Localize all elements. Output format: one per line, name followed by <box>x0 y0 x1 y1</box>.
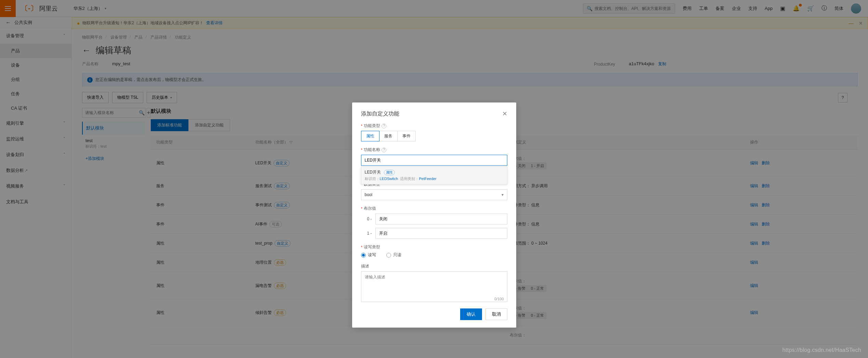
seg-property[interactable]: 属性 <box>361 131 379 141</box>
modal-title: 添加自定义功能 <box>361 110 399 118</box>
autocomplete-panel: LED开关 属性 标识符：LEDSwitch 适用类别：PetFeeder <box>361 166 507 184</box>
fn-name-input[interactable] <box>361 155 507 166</box>
bool-0-label: 0 - <box>364 217 372 221</box>
ac-item-tag: 属性 <box>384 170 395 175</box>
description-textarea[interactable] <box>361 271 507 302</box>
help-icon[interactable]: ? <box>382 124 386 128</box>
seg-service[interactable]: 服务 <box>379 131 398 141</box>
field-label: 读写类型 <box>364 244 380 250</box>
help-icon[interactable]: ? <box>382 148 386 152</box>
modal-close-icon[interactable]: ✕ <box>502 110 507 118</box>
radio-label: 只读 <box>393 252 401 258</box>
bool-1-input[interactable] <box>375 228 507 239</box>
bool-0-input[interactable] <box>375 214 507 224</box>
radio-readonly[interactable]: 只读 <box>386 252 401 258</box>
seg-event[interactable]: 事件 <box>397 131 416 141</box>
field-label: 布尔值 <box>364 206 376 211</box>
fn-type-group: 属性 服务 事件 <box>361 131 507 141</box>
watermark: https://blog.csdn.net/HaaSTech <box>783 347 861 353</box>
radio-readwrite[interactable]: 读写 <box>361 252 376 258</box>
data-type-dropdown[interactable]: bool ▾ <box>361 189 507 200</box>
field-label: 描述 <box>361 263 369 269</box>
modal-ok-button[interactable]: 确认 <box>460 308 482 320</box>
bool-1-label: 1 - <box>364 231 372 236</box>
modal-cancel-button[interactable]: 取消 <box>485 308 507 320</box>
radio-dot-icon <box>361 253 366 258</box>
ac-item-label: LED开关 <box>365 170 381 175</box>
field-label: 功能名称 <box>364 147 380 153</box>
dropdown-value: bool <box>365 192 373 197</box>
autocomplete-item[interactable]: LED开关 属性 标识符：LEDSwitch 适用类别：PetFeeder <box>361 167 507 184</box>
ac-item-sub: 标识符：LEDSwitch 适用类别：PetFeeder <box>365 176 504 181</box>
radio-dot-icon <box>386 253 391 258</box>
modal-backdrop: 添加自定义功能 ✕ *功能类型? 属性 服务 事件 *功能名称? LED开关 属… <box>0 0 868 358</box>
add-custom-feature-modal: 添加自定义功能 ✕ *功能类型? 属性 服务 事件 *功能名称? LED开关 属… <box>352 102 516 328</box>
description-char-count: 0/100 <box>494 297 504 301</box>
radio-label: 读写 <box>368 252 376 258</box>
field-label: 功能类型 <box>364 123 380 129</box>
chevron-down-icon: ▾ <box>502 192 504 197</box>
